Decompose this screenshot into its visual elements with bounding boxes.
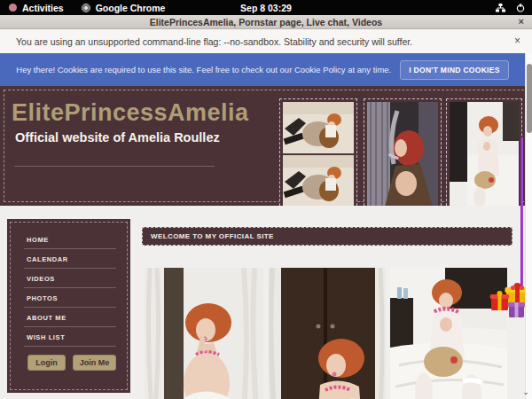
window-title-bar: ElitePrincesAmelia, Pornstar page, Live …	[0, 15, 532, 29]
gift-ribbon-line	[520, 137, 523, 299]
welcome-heading-text: WELCOME TO MY OFFICIAL SITE	[151, 232, 274, 240]
scrollbar-thumb[interactable]	[527, 64, 532, 133]
sidebar-item-home[interactable]: HOME	[24, 230, 116, 249]
sidebar: HOME CALENDAR VIDEOS PHOTOS ABOUT ME WIS…	[7, 219, 130, 393]
page-scrollbar[interactable]	[525, 53, 532, 399]
main-photo-2[interactable]	[269, 268, 386, 399]
sidebar-item-about-me[interactable]: ABOUT ME	[24, 308, 116, 327]
accept-cookies-button[interactable]: I DON'T MIND COOKIES	[400, 60, 508, 80]
sidebar-item-calendar[interactable]: CALENDAR	[24, 249, 116, 269]
header-thumb-panel-2[interactable]	[364, 98, 442, 210]
cookie-message: Hey there! Cookies are required to use t…	[16, 65, 391, 74]
gnome-top-bar: Activities Google Chrome Sep 8 03:29	[0, 0, 532, 15]
infobar-message: You are using an unsupported command-lin…	[16, 36, 412, 47]
window-close-icon[interactable]: ×	[519, 16, 524, 27]
header-thumb-panel-3[interactable]	[446, 98, 522, 210]
main-photo-1[interactable]	[145, 268, 263, 399]
login-button[interactable]: Login	[27, 355, 66, 371]
infobar-close-icon[interactable]: ×	[514, 35, 520, 47]
sidebar-item-wish-list[interactable]: WISH LIST	[24, 327, 116, 347]
header-divider	[14, 166, 215, 167]
welcome-heading: WELCOME TO MY OFFICIAL SITE	[142, 227, 512, 246]
site-subtitle: Official website of Amelia Roullez	[15, 130, 220, 145]
window-title: ElitePrincesAmelia, Pornstar page, Live …	[150, 17, 382, 27]
clock[interactable]: Sep 8 03:29	[0, 3, 532, 13]
sidebar-item-videos[interactable]: VIDEOS	[24, 269, 116, 288]
scroll-down-icon[interactable]: ⌄	[521, 387, 530, 396]
chrome-infobar: You are using an unsupported command-lin…	[0, 29, 532, 53]
site-title[interactable]: ElitePrincessAmelia	[12, 99, 249, 127]
desktop-screen: Activities Google Chrome Sep 8 03:29 Eli…	[0, 0, 532, 399]
power-icon[interactable]	[516, 4, 525, 12]
sidebar-item-photos[interactable]: PHOTOS	[24, 288, 116, 308]
join-me-button[interactable]: Join Me	[73, 355, 116, 371]
network-tree-icon[interactable]	[496, 4, 505, 12]
cookie-banner: Hey there! Cookies are required to use t…	[0, 53, 525, 86]
header-thumb-panel-1[interactable]	[279, 98, 357, 210]
